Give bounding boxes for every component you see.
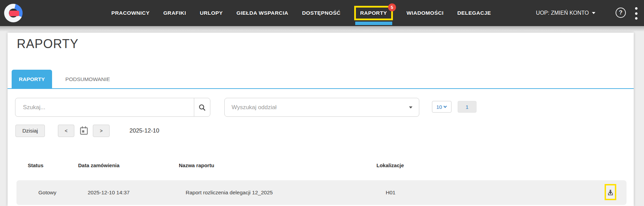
nav-item-urlopy[interactable]: URLOPY: [200, 0, 223, 26]
column-header-report-name: Nazwa raportu: [179, 162, 214, 168]
branch-filter-select[interactable]: Wyszukaj oddział: [224, 98, 419, 117]
table-row: Gotowy 2025-12-10 14:37 Raport rozliczen…: [16, 180, 627, 205]
row-order-date: 2025-12-10 14:37: [88, 180, 129, 205]
tab-bar: RAPORTY PODSUMOWANIE: [12, 70, 124, 89]
main-nav: PRACOWNICY GRAFIKI URLOPY GIEŁDA WSPARCI…: [111, 0, 491, 26]
column-header-status: Status: [28, 162, 44, 168]
app-logo-icon[interactable]: [4, 4, 23, 22]
app-window: PRACOWNICY GRAFIKI URLOPY GIEŁDA WSPARCI…: [0, 0, 644, 206]
column-header-order-date: Data zamówienia: [78, 162, 120, 168]
prev-day-button[interactable]: <: [58, 125, 74, 137]
nav-item-raporty-label: RAPORTY: [360, 10, 387, 16]
content-card: RAPORTY RAPORTY PODSUMOWANIE Wyszukaj od…: [8, 33, 634, 206]
account-label: UOP: ZMIEŃ KONTO: [536, 10, 589, 16]
search-input[interactable]: [15, 98, 194, 116]
tab-raporty[interactable]: RAPORTY: [12, 70, 52, 89]
nav-item-dostepnosc[interactable]: DOSTĘPNOŚĆ: [302, 0, 341, 26]
chevron-down-icon: [443, 105, 447, 108]
logo-bar: [9, 11, 19, 16]
branch-filter-placeholder: Wyszukaj oddział: [225, 104, 409, 111]
nav-item-raporty[interactable]: RAPORTY 5: [354, 0, 393, 26]
page-size-select[interactable]: 10: [432, 101, 451, 113]
kebab-menu-icon[interactable]: [633, 7, 639, 20]
row-report-name: Raport rozliczenia delegacji 12_2025: [186, 180, 273, 205]
download-icon: [607, 189, 614, 196]
navbar-shadow: [0, 26, 644, 32]
caret-down-icon: [592, 12, 595, 14]
page-title: RAPORTY: [17, 37, 78, 51]
download-report-button[interactable]: [605, 184, 616, 200]
help-icon[interactable]: ?: [616, 8, 626, 18]
today-button[interactable]: Dzisiaj: [15, 125, 45, 137]
search-icon: [198, 104, 206, 111]
column-header-locations: Lokalizacje: [376, 162, 404, 168]
row-locations: H01: [386, 180, 395, 205]
account-switcher[interactable]: UOP: ZMIEŃ KONTO: [536, 0, 595, 26]
page-size-value: 10: [436, 104, 442, 110]
page-number-button[interactable]: 1: [458, 101, 476, 113]
next-day-button[interactable]: >: [93, 125, 110, 137]
tab-underline: [8, 88, 634, 89]
nav-item-grafiki[interactable]: GRAFIKI: [163, 0, 186, 26]
caret-down-icon: [409, 106, 412, 108]
calendar-icon[interactable]: [79, 125, 89, 136]
nav-item-gielda-wsparcia[interactable]: GIEŁDA WSPARCIA: [236, 0, 288, 26]
notification-badge: 5: [388, 3, 396, 11]
annotation-highlight-box: RAPORTY 5: [354, 6, 393, 20]
tab-podsumowanie[interactable]: PODSUMOWANIE: [52, 70, 124, 89]
nav-item-delegacje[interactable]: DELEGACJE: [457, 0, 491, 26]
nav-item-wiadomosci[interactable]: WIADOMOŚCI: [407, 0, 444, 26]
selected-date: 2025-12-10: [129, 127, 159, 134]
search-button[interactable]: [194, 98, 210, 116]
nav-item-pracownicy[interactable]: PRACOWNICY: [111, 0, 150, 26]
row-status: Gotowy: [38, 180, 57, 205]
search-group: [15, 98, 210, 117]
top-navbar: PRACOWNICY GRAFIKI URLOPY GIEŁDA WSPARCI…: [0, 0, 644, 26]
